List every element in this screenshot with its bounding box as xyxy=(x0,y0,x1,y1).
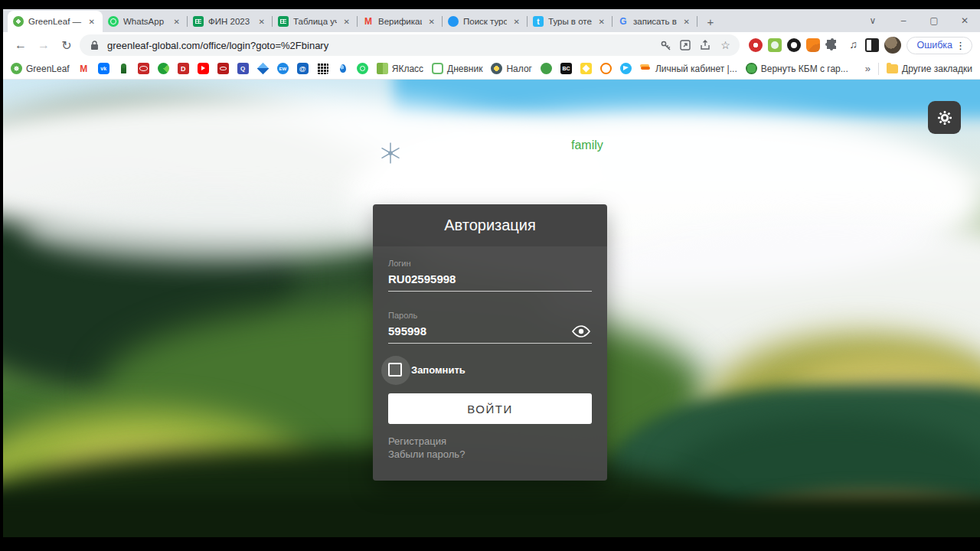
browser-toolbar: ← → ↻ greenleaf-global.com/office/login?… xyxy=(3,32,980,58)
bookmark-star-icon[interactable]: ☆ xyxy=(718,38,732,52)
registration-link[interactable]: Регистрация xyxy=(388,435,592,448)
vpn-extension-icon[interactable] xyxy=(749,38,763,52)
tab-close-icon[interactable]: ✕ xyxy=(426,17,437,27)
bookmarks-separator xyxy=(878,63,879,75)
bookmark-vernut-kbm[interactable]: Вернуть КБМ с гар... xyxy=(746,63,848,74)
blue-q-icon: Q xyxy=(237,63,249,74)
tab-close-icon[interactable]: ✕ xyxy=(256,17,267,27)
bookmark-greenleaf[interactable]: GreenLeaf xyxy=(11,63,70,74)
screen-recorder-extension-icon[interactable] xyxy=(768,38,782,52)
tab-title: ФИН 2023 - Goo xyxy=(208,17,252,26)
login-submit-button[interactable]: ВОЙТИ xyxy=(388,393,592,424)
tab-zapisat-video[interactable]: G записать видео с ✕ xyxy=(612,11,697,32)
blue-ew-icon: EW xyxy=(277,63,289,74)
settings-gear-button[interactable] xyxy=(928,101,961,134)
tab-tablitsa-ucheta[interactable]: Таблица учета - ✕ xyxy=(273,11,358,32)
bookmark-blue-cube[interactable] xyxy=(257,63,269,74)
bookmark-sberbank[interactable] xyxy=(158,63,169,74)
tab-close-icon[interactable]: ✕ xyxy=(596,17,607,27)
bookmark-blue-at[interactable]: @ xyxy=(297,63,309,74)
forgot-password-link[interactable]: Забыли пароль? xyxy=(388,448,592,461)
tab-close-icon[interactable]: ✕ xyxy=(87,17,97,27)
password-key-icon[interactable] xyxy=(658,38,672,52)
green-dot-icon xyxy=(746,63,757,74)
forward-button[interactable]: → xyxy=(34,35,54,55)
bookmark-yaklass[interactable]: ЯКласс xyxy=(377,63,423,74)
bookmark-whatsapp[interactable] xyxy=(357,63,368,74)
close-window-button[interactable]: ✕ xyxy=(949,15,980,26)
flower-logo-icon xyxy=(373,135,408,171)
remember-checkbox[interactable] xyxy=(388,363,402,377)
bookmark-label: GreenLeaf xyxy=(26,64,70,74)
tab-title: Таблица учета - xyxy=(293,17,337,26)
page-content: Greenleaf Born for Beauty family Авториз… xyxy=(3,80,980,537)
profile-avatar[interactable] xyxy=(884,37,901,54)
tab-verifikatsia-email[interactable]: M Верификация E- ✕ xyxy=(358,11,443,32)
tab-close-icon[interactable]: ✕ xyxy=(341,17,352,27)
bookmark-red-oval[interactable] xyxy=(138,63,149,74)
open-in-window-icon[interactable] xyxy=(678,38,692,52)
bookmark-green-circle[interactable] xyxy=(541,63,552,74)
bookmark-bc[interactable]: BC xyxy=(560,63,572,74)
bookmark-orange-search[interactable] xyxy=(600,63,612,74)
tab-tury-v-otel[interactable]: t Туры в отель Fih ✕ xyxy=(528,11,612,32)
bookmark-youtube[interactable] xyxy=(198,63,209,74)
other-bookmarks-button[interactable]: Другие закладки xyxy=(887,64,972,74)
address-bar[interactable]: greenleaf-global.com/office/login?goto=%… xyxy=(80,34,740,56)
tab-search-chevron-icon[interactable]: ∨ xyxy=(858,15,888,26)
logo-brand-text: Greenleaf xyxy=(417,132,555,160)
window-controls: ∨ – ▢ ✕ xyxy=(858,9,980,32)
reader-extension-icon[interactable] xyxy=(865,38,879,52)
login-card: Авторизация Логин Пароль Запомни xyxy=(373,204,607,481)
bookmark-blue-q[interactable]: Q xyxy=(237,63,249,74)
tab-whatsapp[interactable]: WhatsApp ✕ xyxy=(103,11,188,32)
youtube-icon xyxy=(198,63,209,74)
new-tab-button[interactable]: + xyxy=(701,11,720,31)
bookmarks-right-group: » Другие закладки xyxy=(865,63,972,75)
dark-extension-icon[interactable] xyxy=(787,38,801,52)
lock-icon xyxy=(87,38,101,52)
bookmark-label: Вернуть КБМ с гар... xyxy=(761,64,848,74)
tab-fin-2023[interactable]: ФИН 2023 - Goo ✕ xyxy=(188,11,273,32)
playlist-extension-icon[interactable]: ♫ xyxy=(846,38,860,52)
show-password-eye-icon[interactable] xyxy=(572,325,590,337)
share-icon[interactable] xyxy=(698,38,712,52)
tab-greenleaf[interactable]: GreenLeaf — Вас ✕ xyxy=(8,11,103,32)
bookmark-blue-bird[interactable] xyxy=(620,63,632,74)
login-input[interactable] xyxy=(388,271,592,292)
bc-icon: BC xyxy=(560,63,572,74)
login-card-header: Авторизация xyxy=(373,204,607,246)
greenleaf-favicon xyxy=(13,16,24,27)
bookmark-qr[interactable] xyxy=(317,63,328,74)
tab-close-icon[interactable]: ✕ xyxy=(172,17,182,27)
bookmark-red-emblem[interactable] xyxy=(217,63,229,74)
bookmark-green-person[interactable] xyxy=(118,63,129,74)
bookmarks-overflow-icon[interactable]: » xyxy=(865,63,871,74)
bookmark-dzen[interactable]: D xyxy=(178,63,189,74)
bookmark-water-drop[interactable] xyxy=(337,63,348,74)
extensions-puzzle-icon[interactable] xyxy=(825,38,841,52)
metamask-extension-icon[interactable] xyxy=(806,38,820,52)
bookmark-nalog[interactable]: Налог xyxy=(491,63,532,74)
error-status-pill[interactable]: Ошибка ⋮ xyxy=(906,37,972,54)
url-text[interactable]: greenleaf-global.com/office/login?goto=%… xyxy=(107,40,652,51)
bookmark-yellow-square[interactable] xyxy=(580,63,592,74)
browser-menu-icon[interactable]: ⋮ xyxy=(956,40,965,51)
bookmark-lichny-kabinet[interactable]: Личный кабинет |... xyxy=(640,63,737,74)
screen: GreenLeaf — Вас ✕ WhatsApp ✕ ФИН 2023 - … xyxy=(0,0,980,551)
extensions-row: ♫ Ошибка ⋮ xyxy=(749,37,972,54)
bookmark-blue-ew[interactable]: EW xyxy=(277,63,289,74)
remember-label: Запомнить xyxy=(411,364,466,376)
bookmark-gmail[interactable]: M xyxy=(78,63,90,74)
tab-poisk-turov[interactable]: Поиск туров на ✕ xyxy=(443,11,528,32)
bookmark-dnevnik[interactable]: Дневник xyxy=(432,63,482,74)
minimize-button[interactable]: – xyxy=(888,15,919,26)
back-button[interactable]: ← xyxy=(11,35,31,55)
water-drop-icon xyxy=(337,63,348,74)
maximize-button[interactable]: ▢ xyxy=(919,15,949,26)
password-input[interactable] xyxy=(388,323,592,344)
bookmark-vk[interactable]: vk xyxy=(98,63,109,74)
reload-button[interactable]: ↻ xyxy=(57,35,77,55)
tab-close-icon[interactable]: ✕ xyxy=(511,17,522,27)
tab-close-icon[interactable]: ✕ xyxy=(681,17,692,27)
